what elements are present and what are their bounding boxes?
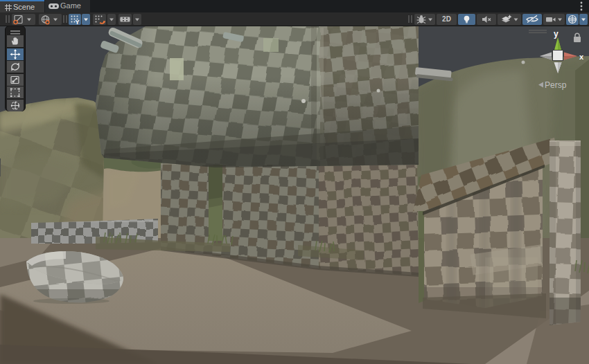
svg-text:Y: Y	[76, 19, 80, 26]
